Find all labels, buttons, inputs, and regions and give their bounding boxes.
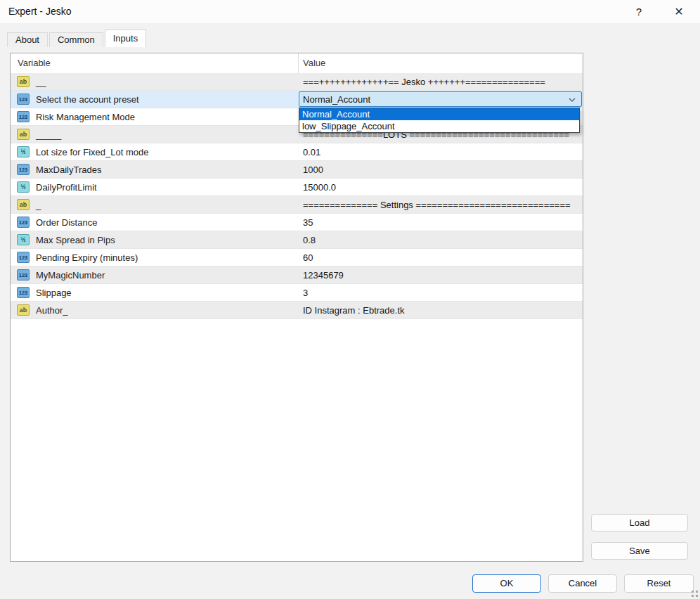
variable-cell: 123 Risk Management Mode <box>11 108 298 125</box>
window-title: Expert - Jesko <box>8 6 71 17</box>
account-preset-combobox[interactable]: Normal_Account <box>299 91 582 107</box>
combobox-value: Normal_Account <box>303 94 370 105</box>
param-value[interactable]: ===+++++++++++++== Jesko +++++++========… <box>298 73 583 90</box>
param-name: __ <box>36 77 46 87</box>
table-row[interactable]: ½ Max Spread in Pips 0.8 <box>11 231 583 249</box>
table-row[interactable]: 123 MyMagicNumber 12345679 <box>11 266 583 284</box>
table-row-selected[interactable]: 123 Select the account preset Normal_Acc… <box>11 91 583 108</box>
variable-cell: ½ DailyProfitLimit <box>11 179 298 195</box>
column-header-variable: Variable <box>18 58 51 68</box>
table-row[interactable]: 123 Pending Expiry (minutes) 60 <box>11 249 583 266</box>
param-name: Lot size for Fixed_Lot mode <box>36 147 148 157</box>
resize-grip[interactable] <box>692 591 698 597</box>
param-value[interactable]: ID Instagram : Ebtrade.tk <box>298 302 583 318</box>
table-header: Variable Value <box>11 53 583 73</box>
table-row[interactable]: 123 Order Distance 35 <box>11 214 583 231</box>
dropdown-option-normal-account[interactable]: Normal_Account <box>299 108 579 120</box>
param-name: _ <box>36 200 41 210</box>
combobox-dropdown: Normal_Account low_Slippage_Account <box>299 108 580 133</box>
param-name: Pending Expiry (minutes) <box>36 252 138 263</box>
cancel-button[interactable]: Cancel <box>548 574 617 593</box>
param-name: MaxDailyTrades <box>36 165 101 175</box>
load-button[interactable]: Load <box>591 514 688 532</box>
variable-cell: 123 MyMagicNumber <box>11 266 298 283</box>
param-value[interactable]: 0.8 <box>298 231 583 248</box>
param-name: MyMagicNumber <box>36 270 105 281</box>
param-value[interactable]: 35 <box>298 214 583 231</box>
variable-cell: ab Author_ <box>11 302 298 318</box>
param-name: DailyProfitLimit <box>36 182 97 193</box>
double-param-icon: ½ <box>17 234 30 245</box>
table-row[interactable]: ab __ ===+++++++++++++== Jesko +++++++==… <box>11 73 583 91</box>
param-value-cell: Normal_Account <box>298 91 583 108</box>
table-row[interactable]: 123 MaxDailyTrades 1000 <box>11 161 583 179</box>
string-param-icon: ab <box>17 304 30 316</box>
string-param-icon: ab <box>17 76 30 87</box>
param-value[interactable]: 60 <box>298 249 583 266</box>
param-name: Author_ <box>36 305 68 316</box>
integer-param-icon: 123 <box>17 111 30 122</box>
grip-dots <box>692 591 694 593</box>
reset-button[interactable]: Reset <box>624 574 694 593</box>
table-row[interactable]: ½ DailyProfitLimit 15000.0 <box>11 179 583 196</box>
param-value[interactable]: 15000.0 <box>298 179 583 195</box>
inputs-table: Variable Value ab __ ===+++++++++++++== … <box>10 53 583 562</box>
string-param-icon: ab <box>17 199 30 210</box>
integer-param-icon: 123 <box>17 269 30 281</box>
title-bar: Expert - Jesko ? ✕ <box>0 0 700 23</box>
integer-param-icon: 123 <box>17 217 30 228</box>
param-name: Order Distance <box>36 217 97 228</box>
param-value[interactable]: 3 <box>298 284 583 301</box>
string-param-icon: ab <box>17 129 30 140</box>
param-name: Select the account preset <box>36 94 139 105</box>
ok-button[interactable]: OK <box>472 574 541 593</box>
variable-cell: ab _____ <box>11 126 298 143</box>
variable-cell: 123 Pending Expiry (minutes) <box>11 249 298 266</box>
variable-cell: ab _ <box>11 196 298 213</box>
param-name: Max Spread in Pips <box>36 235 115 245</box>
integer-param-icon: 123 <box>17 287 30 298</box>
param-value[interactable]: ============== Settings ================… <box>298 196 583 213</box>
param-name: _____ <box>36 129 61 140</box>
column-header-value: Value <box>303 58 325 68</box>
variable-cell: 123 Slippage <box>11 284 298 301</box>
integer-param-icon: 123 <box>17 164 30 175</box>
save-button[interactable]: Save <box>591 542 688 560</box>
tab-common[interactable]: Common <box>49 32 103 47</box>
param-value[interactable]: 0.01 <box>298 143 583 160</box>
double-param-icon: ½ <box>17 146 30 157</box>
param-value[interactable]: 12345679 <box>298 266 583 283</box>
param-name: Slippage <box>36 288 72 298</box>
close-button[interactable]: ✕ <box>668 4 690 20</box>
integer-param-icon: 123 <box>17 252 30 263</box>
param-name: Risk Management Mode <box>36 112 135 122</box>
variable-cell: 123 Select the account preset <box>11 91 298 108</box>
dropdown-option-low-slippage-account[interactable]: low_Slippage_Account <box>299 120 579 132</box>
tab-inputs[interactable]: Inputs <box>105 30 146 47</box>
chevron-down-icon <box>568 96 576 104</box>
table-row[interactable]: ½ Lot size for Fixed_Lot mode 0.01 <box>11 143 583 161</box>
tab-about[interactable]: About <box>7 32 48 47</box>
table-row[interactable]: ab Author_ ID Instagram : Ebtrade.tk <box>11 302 583 319</box>
table-row[interactable]: 123 Slippage 3 <box>11 284 583 302</box>
help-button[interactable]: ? <box>628 4 650 20</box>
double-param-icon: ½ <box>17 181 30 193</box>
tab-bar: About Common Inputs <box>7 30 148 47</box>
variable-cell: ab __ <box>11 73 298 90</box>
integer-param-icon: 123 <box>17 94 30 105</box>
variable-cell: 123 Order Distance <box>11 214 298 231</box>
variable-cell: ½ Lot size for Fixed_Lot mode <box>11 143 298 160</box>
table-row[interactable]: ab _ ============== Settings ===========… <box>11 196 583 214</box>
param-value[interactable]: 1000 <box>298 161 583 178</box>
variable-cell: ½ Max Spread in Pips <box>11 231 298 248</box>
variable-cell: 123 MaxDailyTrades <box>11 161 298 178</box>
